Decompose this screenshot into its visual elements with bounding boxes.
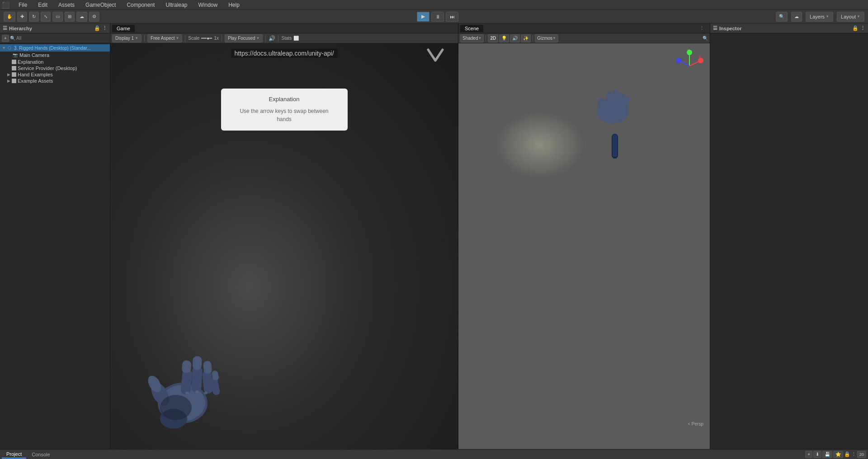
- scale-tool[interactable]: ⤡: [41, 12, 51, 22]
- hierarchy-search[interactable]: 🔍 All: [10, 36, 21, 41]
- stats-toggle[interactable]: ⬜: [293, 36, 299, 41]
- inspector-more[interactable]: ⋮: [860, 25, 865, 31]
- fx-toggle[interactable]: ✨: [521, 34, 531, 42]
- menu-component[interactable]: Component: [125, 1, 156, 9]
- shading-dropdown[interactable]: Shaded▼: [460, 34, 484, 42]
- toolbar-right: 🔍 ☁ Layers ▼ Layout ▼: [776, 12, 864, 22]
- aspect-chevron: ▼: [175, 36, 179, 40]
- collab-btn[interactable]: ☁: [76, 12, 87, 22]
- hierarchy-title: Hierarchy: [9, 26, 32, 31]
- project-star-btn[interactable]: ⭐: [833, 451, 843, 458]
- project-create-btn[interactable]: +: [805, 451, 812, 458]
- hierarchy-header: ☰ Hierarchy 🔒 ⋮: [0, 23, 110, 33]
- aspect-dropdown[interactable]: Free Aspect ▼: [147, 34, 182, 42]
- play-focused-btn[interactable]: Play Focused ▼: [225, 34, 263, 42]
- settings-btn[interactable]: ⚙: [89, 12, 99, 22]
- ultraleap-logo: [426, 48, 444, 66]
- layers-dropdown[interactable]: Layers ▼: [806, 12, 833, 22]
- tab-game[interactable]: Game: [112, 25, 135, 32]
- scene-top-toolbar: Shaded▼ 2D 💡 🔊 ✨ Gizmos▼ 🔍: [458, 33, 710, 43]
- tab-project[interactable]: Project: [2, 450, 26, 459]
- project-import-btn[interactable]: ⬇: [813, 451, 821, 458]
- menu-window[interactable]: Window: [196, 1, 219, 9]
- menu-gameobject[interactable]: GameObject: [84, 1, 118, 9]
- hierarchy-camera-label: Main Camera: [19, 52, 49, 58]
- hand-tool[interactable]: ✋: [4, 12, 15, 22]
- play-controls: ▶ ⏸ ⏭: [101, 12, 774, 22]
- stats-label: Stats: [281, 36, 292, 41]
- center-area: Game Display 1 ▼ Free Aspect ▼ Scale ━━●…: [110, 23, 710, 449]
- scene-view-panel: Scene ⋮ Shaded▼ 2D 💡 🔊 ✨ Gizmos▼: [458, 23, 710, 449]
- vt-sep3: [222, 35, 222, 42]
- bottom-panel: Project Console + ⬇ 💾 ⭐ 🔒 ⋮ 20 ▲ ▼ ⭐ Fav…: [0, 449, 868, 459]
- hierarchy-toolbar: + 🔍 All: [0, 33, 110, 43]
- expand-camera-arrow: [7, 53, 12, 57]
- scene-search[interactable]: 🔍: [703, 36, 708, 41]
- inspector-content: [710, 33, 868, 41]
- scale-slider[interactable]: ━━●━: [201, 36, 212, 41]
- bottom-lock[interactable]: 🔒: [844, 451, 850, 457]
- step-button[interactable]: ⏭: [446, 12, 458, 22]
- menu-help[interactable]: Help: [226, 1, 241, 9]
- hierarchy-item-example-assets[interactable]: ▶ Example Assets: [0, 78, 110, 84]
- vt-sep5: [278, 35, 278, 42]
- hierarchy-scene-label: 3. Rigged Hands (Desktop) (Standar...: [14, 46, 91, 51]
- inspector-lock[interactable]: 🔒: [852, 25, 859, 31]
- hierarchy-panel: ☰ Hierarchy 🔒 ⋮ + 🔍 All ▼ ⬡ 3. Rigged Ha…: [0, 23, 110, 449]
- hierarchy-item-main-camera[interactable]: 📷 Main Camera: [0, 52, 110, 59]
- hierarchy-content: ▼ ⬡ 3. Rigged Hands (Desktop) (Standar..…: [0, 43, 110, 449]
- svg-rect-8: [192, 356, 202, 370]
- scene-more-btn[interactable]: ⋮: [699, 25, 704, 31]
- layers-label: Layers: [810, 14, 825, 19]
- svg-rect-7: [191, 366, 203, 393]
- rect-tool[interactable]: ▭: [52, 12, 63, 22]
- pause-button[interactable]: ⏸: [431, 12, 444, 22]
- game-canvas: https://docs.ultraleap.com/unity-api/ Ex…: [110, 43, 458, 449]
- menu-edit[interactable]: Edit: [36, 1, 49, 9]
- hierarchy-item-scene-root[interactable]: ▼ ⬡ 3. Rigged Hands (Desktop) (Standar..…: [0, 44, 110, 52]
- hand-examples-icon: [12, 72, 16, 77]
- camera-icon: 📷: [12, 52, 18, 58]
- scale-label: Scale: [188, 36, 199, 41]
- tab-console[interactable]: Console: [27, 451, 54, 458]
- menu-assets[interactable]: Assets: [57, 1, 76, 9]
- stb-sep2: [533, 35, 533, 42]
- zoom-btn[interactable]: 20: [857, 451, 866, 458]
- hierarchy-icon: ☰: [3, 25, 7, 31]
- mute-btn[interactable]: 🔊: [269, 35, 275, 42]
- 2d-toggle[interactable]: 2D: [488, 34, 498, 42]
- bottom-more[interactable]: ⋮: [851, 451, 856, 457]
- game-view-tabs: Game: [110, 23, 458, 33]
- play-button[interactable]: ▶: [417, 12, 429, 22]
- search-toolbar-btn[interactable]: 🔍: [776, 12, 788, 22]
- rotate-tool[interactable]: ↻: [29, 12, 39, 22]
- scene-hand-model: [583, 80, 642, 135]
- game-url: https://docs.ultraleap.com/unity-api/: [231, 49, 337, 58]
- tab-scene[interactable]: Scene: [460, 25, 483, 32]
- vt-sep1: [144, 35, 145, 42]
- inspector-icon: ☰: [713, 25, 717, 31]
- display-dropdown[interactable]: Display 1 ▼: [112, 34, 142, 42]
- hierarchy-item-hand-examples[interactable]: ▶ Hand Examples: [0, 71, 110, 78]
- layout-dropdown[interactable]: Layout ▼: [837, 12, 864, 22]
- menu-ultraleap[interactable]: Ultraleap: [164, 1, 189, 9]
- hierarchy-lock[interactable]: 🔒: [94, 25, 100, 31]
- scene-controller: [608, 131, 622, 164]
- bottom-tabs: Project Console + ⬇ 💾 ⭐ 🔒 ⋮ 20: [0, 450, 868, 459]
- expand-hand-arrow: ▶: [7, 72, 12, 77]
- gizmos-btn[interactable]: Gizmos▼: [535, 34, 558, 42]
- hierarchy-item-explanation[interactable]: Explanation: [0, 59, 110, 65]
- transform-tool[interactable]: ⊞: [65, 12, 75, 22]
- audio-toggle[interactable]: 🔊: [510, 34, 520, 42]
- hierarchy-service-label: Service Provider (Desktop): [18, 66, 77, 71]
- project-save-btn[interactable]: 💾: [822, 451, 832, 458]
- scene-background: X Y Z < Persp: [458, 43, 710, 449]
- hierarchy-item-service-provider[interactable]: Service Provider (Desktop): [0, 65, 110, 71]
- light-toggle[interactable]: 💡: [499, 34, 509, 42]
- menu-file[interactable]: File: [17, 1, 29, 9]
- hierarchy-add[interactable]: +: [2, 35, 9, 42]
- move-tool[interactable]: ✚: [17, 12, 27, 22]
- hierarchy-more[interactable]: ⋮: [102, 25, 107, 31]
- views-row: Game Display 1 ▼ Free Aspect ▼ Scale ━━●…: [110, 23, 710, 449]
- collab-btn-right[interactable]: ☁: [791, 12, 802, 22]
